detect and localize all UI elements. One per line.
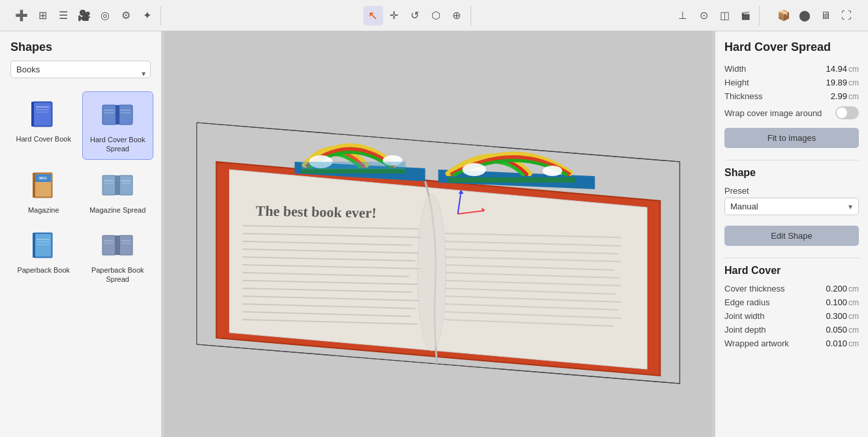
ground-button[interactable]: ⊥	[673, 6, 692, 25]
shape-label-paperback-book: Paperback Book	[17, 265, 70, 275]
category-dropdown[interactable]: Books Electronics Packaging Signage	[10, 61, 151, 78]
svg-rect-31	[102, 235, 116, 255]
paperback-book-icon	[26, 228, 61, 263]
preset-row: Preset	[724, 184, 859, 198]
hard-cover-book-spread-icon	[100, 97, 135, 132]
cover-thickness-row: Cover thickness 0.200 cm	[724, 282, 859, 295]
svg-rect-7	[119, 105, 132, 125]
magazine-icon: MAG	[26, 168, 61, 203]
preset-dropdown[interactable]: Manual A4 A5 Letter Custom	[724, 198, 859, 215]
shape-item-magazine[interactable]: MAG Magazine	[8, 162, 80, 220]
hard-cover-book-icon	[26, 97, 61, 132]
svg-rect-26	[35, 234, 51, 256]
anchor-button[interactable]: ⊕	[447, 6, 467, 25]
wrap-cover-toggle[interactable]	[835, 106, 859, 119]
joint-width-value: 0.300 cm	[826, 311, 859, 321]
hard-cover-section-title: Hard Cover	[724, 265, 859, 277]
svg-rect-75	[448, 177, 576, 183]
paperback-book-spread-icon	[100, 228, 135, 263]
main-toolbar: ➕ ⊞ ☰ 🎥 ◎ ⚙ ✦ ↖ ✛ ↺ ⬡ ⊕ ⊥ ⊙ ◫ 🎬 📦 ⬤ 🖥 ⛶	[0, 0, 868, 31]
preset-label: Preset	[724, 186, 749, 196]
shape-label-magazine: Magazine	[28, 205, 59, 215]
thickness-label: Thickness	[724, 91, 763, 101]
svg-rect-32	[119, 235, 132, 255]
wrapped-artwork-label: Wrapped artwork	[724, 339, 789, 348]
cursor-button[interactable]: ↖	[364, 6, 383, 25]
svg-rect-2	[31, 102, 34, 127]
thickness-value: 2.99 cm	[831, 91, 859, 101]
wrap-cover-label: Wrap cover image around	[724, 108, 822, 118]
move-button[interactable]: ✛	[384, 6, 404, 25]
fullscreen-button[interactable]: ⛶	[837, 6, 856, 25]
scene-button[interactable]: 🎬	[736, 6, 755, 25]
camera-button[interactable]: 🎥	[74, 6, 94, 25]
shape-item-magazine-spread[interactable]: Magazine Spread	[82, 162, 154, 220]
divider-2	[724, 258, 859, 258]
svg-rect-19	[119, 175, 132, 195]
center-tools: ↖ ✛ ↺ ⬡ ⊕	[360, 6, 471, 25]
svg-rect-1	[34, 103, 51, 125]
box3d-button[interactable]: 📦	[774, 6, 794, 25]
menu-button[interactable]: ☰	[54, 6, 73, 25]
svg-text:The best book ever!: The best book ever!	[255, 203, 377, 221]
joint-depth-row: Joint depth 0.050 cm	[724, 323, 859, 337]
svg-rect-15	[33, 173, 35, 198]
joint-width-label: Joint width	[724, 311, 764, 321]
svg-rect-20	[115, 175, 120, 195]
settings-button[interactable]: ⚙	[116, 6, 136, 25]
wrap-cover-row: Wrap cover image around	[724, 103, 859, 123]
svg-rect-6	[102, 105, 116, 125]
add-button[interactable]: ➕	[12, 6, 31, 25]
edge-radius-label: Edge radius	[724, 297, 769, 307]
shape-grid: Hard Cover Book Hard Cover Book Spread	[0, 86, 161, 294]
svg-text:MAG: MAG	[39, 176, 47, 180]
svg-rect-8	[116, 105, 119, 125]
monitor-button[interactable]: 🖥	[816, 6, 835, 25]
category-dropdown-wrap: Books Electronics Packaging Signage	[0, 61, 161, 86]
shape-label-paperback-book-spread: Paperback Book Spread	[86, 265, 150, 284]
svg-point-68	[418, 194, 446, 351]
shape-item-hard-cover-book-spread[interactable]: Hard Cover Book Spread	[82, 91, 154, 160]
render-button[interactable]: ◫	[715, 6, 734, 25]
canvas-area[interactable]: The best book ever!	[162, 31, 715, 437]
cover-thickness-label: Cover thickness	[724, 284, 784, 294]
shape-label-hard-cover-book: Hard Cover Book	[16, 134, 71, 143]
book-spread-canvas: The best book ever!	[162, 31, 715, 437]
divider-1	[724, 160, 859, 160]
fit-to-images-button[interactable]: Fit to images	[724, 128, 859, 148]
orbit-button[interactable]: ⊙	[694, 6, 713, 25]
edge-radius-row: Edge radius 0.100 cm	[724, 295, 859, 309]
shape-item-paperback-book-spread[interactable]: Paperback Book Spread	[82, 222, 154, 290]
height-value: 19.89 cm	[826, 78, 859, 87]
target-button[interactable]: ◎	[95, 6, 115, 25]
svg-rect-18	[102, 175, 116, 195]
joint-width-row: Joint width 0.300 cm	[724, 309, 859, 323]
svg-point-74	[543, 166, 563, 176]
shape-item-paperback-book[interactable]: Paperback Book	[8, 222, 80, 290]
shapes-sidebar: Shapes Books Electronics Packaging Signa…	[0, 31, 162, 437]
height-label: Height	[724, 78, 749, 87]
left-tools: ➕ ⊞ ☰ 🎥 ◎ ⚙ ✦	[8, 6, 161, 25]
shape-item-hard-cover-book[interactable]: Hard Cover Book	[8, 91, 80, 160]
shape-label-hard-cover-book-spread: Hard Cover Book Spread	[87, 135, 149, 154]
cover-thickness-value: 0.200 cm	[826, 284, 859, 294]
sphere-button[interactable]: ⬤	[795, 6, 814, 25]
width-value: 14.94 cm	[826, 64, 859, 74]
width-label: Width	[724, 64, 746, 74]
wrapped-artwork-row: Wrapped artwork 0.010 cm	[724, 337, 859, 350]
scale-button[interactable]: ⬡	[426, 6, 446, 25]
grid-button[interactable]: ⊞	[33, 6, 52, 25]
main-layout: Shapes Books Electronics Packaging Signa…	[0, 31, 868, 437]
svg-rect-72	[302, 162, 406, 170]
shape-section-title: Shape	[724, 167, 859, 179]
edit-shape-button[interactable]: Edit Shape	[724, 226, 859, 246]
right-tools: ⊥ ⊙ ◫ 🎬	[669, 6, 760, 25]
rotate-button[interactable]: ↺	[405, 6, 425, 25]
thickness-row: Thickness 2.99 cm	[724, 89, 859, 103]
wrapped-artwork-value: 0.010 cm	[826, 339, 859, 348]
edge-radius-value: 0.100 cm	[826, 297, 859, 307]
sidebar-title: Shapes	[0, 31, 161, 61]
right-panel: Hard Cover Spread Width 14.94 cm Height …	[715, 31, 868, 437]
sun-button[interactable]: ✦	[137, 6, 157, 25]
joint-depth-label: Joint depth	[724, 325, 766, 335]
